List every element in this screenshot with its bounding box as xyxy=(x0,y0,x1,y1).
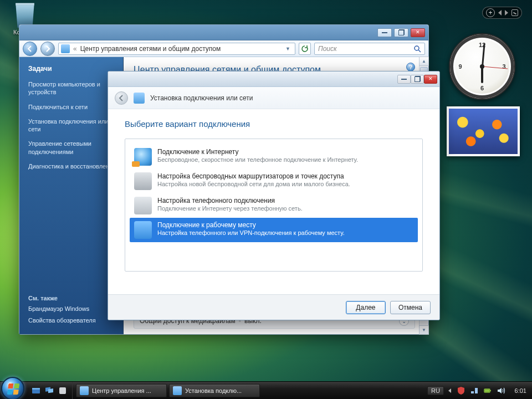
location-icon xyxy=(61,44,70,53)
dialog-minimize-button xyxy=(397,75,411,84)
task-network-center[interactable]: Центр управления ... xyxy=(76,384,167,397)
explorer-toolbar: « Центр управления сетями и общим доступ… xyxy=(19,40,428,57)
svg-line-1 xyxy=(418,50,421,52)
sidebar-item-view-computers[interactable]: Просмотр компьютеров и устройств xyxy=(28,80,116,96)
quick-launch-app-icon[interactable] xyxy=(57,385,69,397)
router-icon xyxy=(134,172,152,190)
start-button[interactable] xyxy=(1,377,24,400)
tray-volume-icon[interactable] xyxy=(497,386,505,395)
address-bar[interactable]: « Центр управления сетями и общим доступ… xyxy=(58,43,295,55)
recycle-bin-icon xyxy=(12,1,38,28)
taskbar: Центр управления ... Установка подклю...… xyxy=(0,381,532,399)
sidebar-item-diagnose[interactable]: Диагностика и восстановление xyxy=(28,162,116,170)
next-button[interactable]: Далее xyxy=(346,301,386,314)
search-icon[interactable] xyxy=(413,45,421,53)
nav-forward-button[interactable] xyxy=(40,42,55,56)
connection-options-list: Подключение к Интернету Беспроводное, ск… xyxy=(125,139,423,272)
option-internet[interactable]: Подключение к Интернету Беспроводное, ск… xyxy=(130,145,418,169)
option-title: Настройка беспроводных маршрутизаторов и… xyxy=(157,172,350,180)
workplace-icon xyxy=(134,221,152,239)
address-dropdown-icon[interactable]: ▼ xyxy=(283,46,293,52)
refresh-button[interactable] xyxy=(299,43,311,55)
wizard-heading: Выберите вариант подключения xyxy=(125,119,423,129)
option-workplace[interactable]: Подключение к рабочему месту Настройка т… xyxy=(130,218,418,242)
cancel-button[interactable]: Отмена xyxy=(390,301,431,314)
svg-rect-11 xyxy=(485,390,489,392)
taskbar-tasks: Центр управления ... Установка подклю... xyxy=(73,382,422,399)
nav-back-button[interactable] xyxy=(23,42,37,56)
svg-rect-5 xyxy=(48,388,53,392)
network-setup-icon xyxy=(134,93,145,104)
svg-rect-10 xyxy=(490,390,491,391)
help-icon[interactable]: ? xyxy=(406,63,415,71)
plus-icon[interactable]: + xyxy=(486,8,495,17)
globe-icon xyxy=(134,148,152,166)
back-button[interactable] xyxy=(115,91,128,105)
phone-icon xyxy=(134,197,152,214)
svg-rect-7 xyxy=(471,391,474,393)
task-label: Центр управления ... xyxy=(92,387,151,394)
scroll-down-icon[interactable]: ▼ xyxy=(419,325,429,335)
sidebar-item-setup-connection[interactable]: Установка подключения или сети xyxy=(28,117,116,134)
chevron-right-icon[interactable] xyxy=(505,10,508,16)
dialog-header: Установка подключения или сети xyxy=(108,87,439,109)
option-desc: Подключение к Интернету через телефонную… xyxy=(157,205,303,212)
minimize-button[interactable] xyxy=(377,28,392,37)
window-titlebar[interactable] xyxy=(19,25,428,40)
switch-windows-icon[interactable] xyxy=(43,385,55,397)
see-also-header: См. также xyxy=(28,295,116,301)
svg-point-0 xyxy=(415,46,419,50)
tray-battery-icon[interactable] xyxy=(483,386,492,395)
svg-rect-8 xyxy=(475,388,478,393)
option-dialup[interactable]: Настройка телефонного подключения Подклю… xyxy=(130,193,418,218)
option-desc: Беспроводное, скоростное или телефонное … xyxy=(157,156,358,163)
dialog-footer: Далее Отмена xyxy=(108,294,439,320)
sidebar-item-internet-options[interactable]: Свойства обозревателя xyxy=(28,316,116,324)
close-button[interactable] xyxy=(411,28,425,37)
task-label: Установка подклю... xyxy=(185,387,242,394)
dialog-maximize-button xyxy=(411,75,424,84)
language-indicator[interactable]: RU xyxy=(427,386,444,395)
hour-hand xyxy=(481,66,483,83)
option-desc: Настройка телефонного или VPN-подключени… xyxy=(157,229,345,236)
option-title: Настройка телефонного подключения xyxy=(157,197,303,204)
network-icon xyxy=(80,386,89,395)
sidebar-gadget-control[interactable]: + xyxy=(482,7,522,19)
svg-rect-3 xyxy=(32,388,40,390)
sidebar-item-firewall[interactable]: Брандмауэр Windows xyxy=(28,305,116,313)
tasks-header: Задачи xyxy=(28,65,116,73)
taskbar-clock[interactable]: 6:01 xyxy=(510,387,526,394)
search-placeholder: Поиск xyxy=(318,45,337,53)
tray-security-icon[interactable] xyxy=(457,386,466,395)
option-title: Подключение к рабочему месту xyxy=(157,221,345,229)
chevron-left-icon[interactable] xyxy=(498,10,502,16)
wrench-icon[interactable] xyxy=(511,9,518,16)
option-title: Подключение к Интернету xyxy=(157,148,358,156)
task-connection-wizard[interactable]: Установка подклю... xyxy=(169,384,260,397)
option-desc: Настройка новой беспроводной сети для до… xyxy=(157,181,350,187)
network-setup-icon xyxy=(173,386,182,395)
sidebar-item-manage-connections[interactable]: Управление сетевыми подключениями xyxy=(28,140,116,156)
clock-gadget[interactable]: 12 3 6 9 xyxy=(449,33,515,100)
search-box[interactable]: Поиск xyxy=(314,43,425,55)
show-desktop-icon[interactable] xyxy=(30,385,42,397)
scroll-up-icon[interactable]: ▲ xyxy=(419,57,429,66)
svg-rect-6 xyxy=(59,387,66,394)
option-wireless-router[interactable]: Настройка беспроводных маршрутизаторов и… xyxy=(130,169,418,193)
dialog-close-button[interactable] xyxy=(424,75,437,84)
tray-network-icon[interactable] xyxy=(470,386,479,395)
dialog-title: Установка подключения или сети xyxy=(150,94,253,102)
maximize-button[interactable] xyxy=(394,28,408,37)
address-text: Центр управления сетями и общим доступом xyxy=(80,45,221,53)
system-tray: RU 6:01 xyxy=(422,382,532,399)
connection-wizard-dialog: Установка подключения или сети Выберите … xyxy=(108,71,440,320)
slideshow-gadget[interactable] xyxy=(447,106,520,156)
quick-launch xyxy=(27,382,73,399)
sidebar-item-connect[interactable]: Подключиться к сети xyxy=(28,103,116,111)
tray-expand-icon[interactable] xyxy=(448,388,451,393)
dialog-titlebar[interactable] xyxy=(108,71,439,87)
